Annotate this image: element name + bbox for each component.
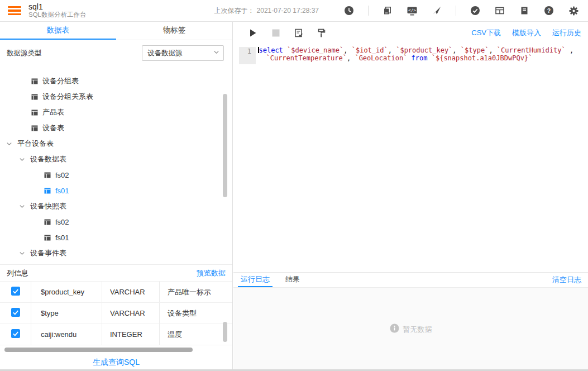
chevron-down-icon (213, 49, 220, 58)
last-saved-status: 上次保存于：2021-07-20 17:28:37 (214, 6, 319, 16)
column-name: $product_key (31, 282, 102, 302)
toolbar-divider (456, 6, 456, 16)
tree-item-设备事件表[interactable]: 设备事件表 (0, 245, 232, 261)
tree-item-label: fs01 (55, 234, 69, 242)
tree-item-设备快照表[interactable]: 设备快照表 (0, 198, 232, 214)
chevron-down-icon (6, 140, 13, 148)
tree-item-label: 设备表 (42, 123, 64, 133)
tree-item-fs02[interactable]: fs02 (0, 167, 232, 183)
tree-scrollbar[interactable] (223, 94, 227, 197)
columns-hscrollbar-track (4, 348, 227, 352)
code-line: select `$device_name`, `$iot_id`, `$prod… (258, 47, 585, 55)
csv-download-link[interactable]: CSV下载 (471, 28, 501, 38)
column-type: INTEGER (102, 324, 159, 345)
tree-item-fs02[interactable]: fs02 (0, 214, 232, 230)
tree-item-设备分组表[interactable]: 设备分组表 (0, 73, 232, 89)
preview-data-link[interactable]: 预览数据 (197, 268, 226, 278)
svg-text:</>: </> (408, 8, 416, 13)
columns-hscrollbar[interactable] (4, 348, 193, 352)
table-icon (31, 125, 38, 131)
run-history-link[interactable]: 运行历史 (552, 28, 581, 38)
help-circle-icon[interactable]: ? (543, 5, 554, 16)
datasource-select[interactable]: 设备数据源 (142, 45, 224, 61)
results-empty-state: 暂无数据 (233, 288, 588, 371)
column-checkbox[interactable] (11, 308, 20, 319)
tab-results[interactable]: 结果 (283, 273, 303, 287)
empty-data-text: 暂无数据 (403, 325, 432, 335)
tree-item-产品表[interactable]: 产品表 (0, 104, 232, 120)
copy-icon[interactable] (382, 5, 393, 16)
tree-item-设备表[interactable]: 设备表 (0, 120, 232, 136)
clear-log-link[interactable]: 清空日志 (552, 275, 581, 285)
column-checkbox[interactable] (11, 287, 20, 298)
column-row: $typeVARCHAR设备类型 (0, 303, 232, 324)
column-info-section: 列信息 预览数据 $product_keyVARCHAR产品唯一标示$typeV… (0, 265, 232, 371)
tree-item-平台设备表[interactable]: 平台设备表 (0, 136, 232, 151)
svg-text:?: ? (547, 7, 551, 14)
gear-icon[interactable] (568, 5, 579, 16)
info-icon (390, 324, 399, 335)
right-panel: CSV下载模版导入运行历史 1 select `$device_name`, `… (233, 22, 588, 371)
sql-editor[interactable]: 1 select `$device_name`, `$iot_id`, `$pr… (233, 44, 588, 272)
tree-item-label: 设备快照表 (30, 201, 66, 211)
tree-item-fs01[interactable]: fs01 (0, 230, 232, 245)
table-icon (44, 235, 51, 241)
doc-list-icon[interactable] (519, 5, 530, 16)
last-saved-label: 上次保存于： (214, 7, 255, 15)
columns-vscrollbar[interactable] (223, 322, 227, 342)
send-icon[interactable] (431, 5, 442, 16)
tab-data-tables[interactable]: 数据表 (0, 22, 116, 40)
table-icon (31, 94, 38, 100)
format-paint-button[interactable] (317, 28, 327, 38)
generate-sql-button[interactable]: 生成查询SQL (93, 358, 140, 367)
header-icon-bar: </>? (343, 5, 579, 16)
tree-item-label: 设备数据表 (30, 154, 66, 164)
check-circle-icon[interactable] (470, 5, 481, 16)
toolbar-divider (368, 6, 369, 16)
stop-button[interactable] (271, 28, 281, 38)
column-name: caiji:wendu (31, 324, 102, 345)
layout-grid-icon[interactable] (494, 5, 505, 16)
results-tab-bar: 运行日志结果清空日志 (233, 273, 588, 288)
datasource-selected-value: 设备数据源 (147, 49, 183, 58)
tree-item-设备分组关系表[interactable]: 设备分组关系表 (0, 89, 232, 104)
datasource-row: 数据源类型 设备数据源 (0, 40, 232, 66)
sidebar-tab-bar: 数据表物标签 (0, 22, 232, 40)
column-name: $type (31, 303, 102, 324)
last-saved-time: 2021-07-20 17:28:37 (257, 7, 319, 15)
column-desc: 温度 (159, 324, 222, 345)
table-tree: 设备分组表设备分组关系表产品表设备表平台设备表设备数据表fs02fs01设备快照… (0, 66, 232, 264)
tree-item-label: 设备分组关系表 (42, 92, 93, 102)
tree-item-fs01[interactable]: fs01 (0, 183, 232, 198)
tree-item-label: fs01 (55, 187, 69, 195)
column-table: $product_keyVARCHAR产品唯一标示$typeVARCHAR设备类… (0, 281, 232, 345)
tree-item-label: 产品表 (42, 107, 64, 117)
run-button[interactable] (248, 28, 258, 38)
column-info-title: 列信息 (7, 268, 28, 278)
table-icon (31, 78, 38, 84)
script-check-button[interactable] (294, 28, 304, 38)
clock-icon[interactable] (343, 5, 355, 16)
tree-item-label: 设备分组表 (42, 76, 79, 86)
sql-code[interactable]: select `$device_name`, `$iot_id`, `$prod… (258, 47, 585, 62)
page-title: sql1 (28, 2, 87, 11)
code-line: `CurrentTemperature`, `GeoLocation` from… (258, 55, 585, 63)
template-import-link[interactable]: 模版导入 (512, 28, 541, 38)
column-row: $product_keyVARCHAR产品唯一标示 (0, 282, 232, 303)
code-display-icon[interactable]: </> (407, 5, 418, 16)
tree-item-label: 设备事件表 (30, 248, 66, 258)
tree-item-设备数据表[interactable]: 设备数据表 (0, 151, 232, 167)
tab-run-log[interactable]: 运行日志 (238, 273, 273, 287)
results-panel: 运行日志结果清空日志 暂无数据 (233, 272, 588, 371)
column-checkbox[interactable] (11, 329, 20, 340)
datasource-label: 数据源类型 (7, 49, 42, 58)
table-icon (31, 110, 38, 116)
column-type: VARCHAR (102, 303, 159, 324)
column-row: caiji:wenduINTEGER温度 (0, 324, 232, 345)
chevron-down-icon (18, 250, 26, 257)
tab-thing-tags[interactable]: 物标签 (116, 22, 232, 40)
menu-icon[interactable] (8, 6, 21, 16)
column-desc: 设备类型 (159, 303, 222, 324)
tree-item-label: fs02 (55, 171, 69, 179)
table-icon (44, 219, 51, 225)
